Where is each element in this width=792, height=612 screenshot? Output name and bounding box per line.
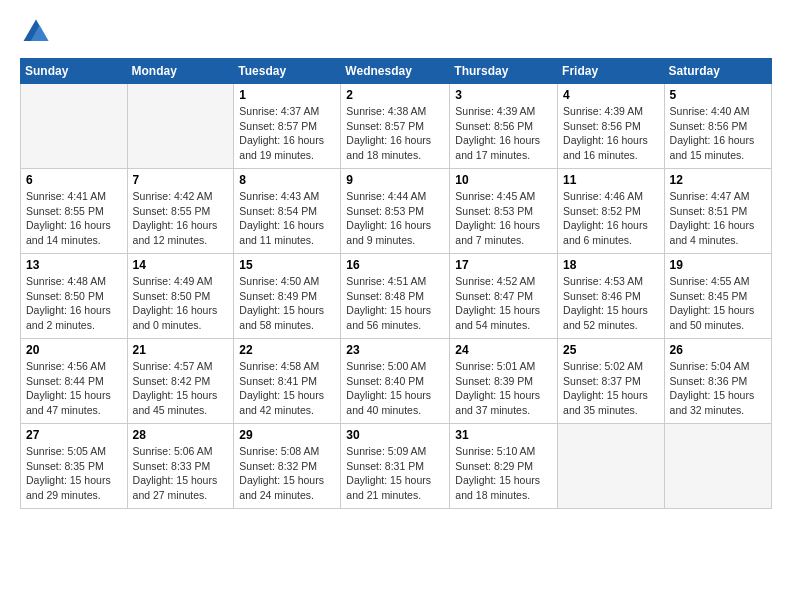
calendar-cell [21,84,128,169]
calendar-cell [558,424,665,509]
day-number: 1 [239,88,335,102]
calendar-table: SundayMondayTuesdayWednesdayThursdayFrid… [20,58,772,509]
weekday-header-friday: Friday [558,59,665,84]
day-info: Sunrise: 4:47 AMSunset: 8:51 PMDaylight:… [670,189,766,248]
day-number: 10 [455,173,552,187]
week-row-5: 27Sunrise: 5:05 AMSunset: 8:35 PMDayligh… [21,424,772,509]
calendar-cell: 25Sunrise: 5:02 AMSunset: 8:37 PMDayligh… [558,339,665,424]
calendar-cell: 20Sunrise: 4:56 AMSunset: 8:44 PMDayligh… [21,339,128,424]
weekday-header-saturday: Saturday [664,59,771,84]
calendar-cell: 13Sunrise: 4:48 AMSunset: 8:50 PMDayligh… [21,254,128,339]
logo-icon [20,16,52,48]
day-info: Sunrise: 5:04 AMSunset: 8:36 PMDaylight:… [670,359,766,418]
day-number: 4 [563,88,659,102]
day-number: 20 [26,343,122,357]
day-number: 17 [455,258,552,272]
day-number: 30 [346,428,444,442]
day-info: Sunrise: 4:39 AMSunset: 8:56 PMDaylight:… [455,104,552,163]
day-number: 8 [239,173,335,187]
calendar-cell: 8Sunrise: 4:43 AMSunset: 8:54 PMDaylight… [234,169,341,254]
header [20,16,772,48]
calendar-cell: 6Sunrise: 4:41 AMSunset: 8:55 PMDaylight… [21,169,128,254]
day-info: Sunrise: 4:53 AMSunset: 8:46 PMDaylight:… [563,274,659,333]
day-number: 21 [133,343,229,357]
day-number: 23 [346,343,444,357]
calendar-cell: 12Sunrise: 4:47 AMSunset: 8:51 PMDayligh… [664,169,771,254]
day-number: 26 [670,343,766,357]
calendar-cell: 2Sunrise: 4:38 AMSunset: 8:57 PMDaylight… [341,84,450,169]
calendar-cell: 23Sunrise: 5:00 AMSunset: 8:40 PMDayligh… [341,339,450,424]
calendar-cell: 7Sunrise: 4:42 AMSunset: 8:55 PMDaylight… [127,169,234,254]
day-number: 15 [239,258,335,272]
day-info: Sunrise: 4:51 AMSunset: 8:48 PMDaylight:… [346,274,444,333]
day-number: 7 [133,173,229,187]
calendar-cell: 11Sunrise: 4:46 AMSunset: 8:52 PMDayligh… [558,169,665,254]
calendar-cell: 15Sunrise: 4:50 AMSunset: 8:49 PMDayligh… [234,254,341,339]
day-info: Sunrise: 4:49 AMSunset: 8:50 PMDaylight:… [133,274,229,333]
calendar-cell: 16Sunrise: 4:51 AMSunset: 8:48 PMDayligh… [341,254,450,339]
day-info: Sunrise: 4:37 AMSunset: 8:57 PMDaylight:… [239,104,335,163]
calendar-cell: 4Sunrise: 4:39 AMSunset: 8:56 PMDaylight… [558,84,665,169]
calendar-cell: 9Sunrise: 4:44 AMSunset: 8:53 PMDaylight… [341,169,450,254]
calendar-cell [664,424,771,509]
calendar-cell: 22Sunrise: 4:58 AMSunset: 8:41 PMDayligh… [234,339,341,424]
calendar-cell: 24Sunrise: 5:01 AMSunset: 8:39 PMDayligh… [450,339,558,424]
day-info: Sunrise: 4:38 AMSunset: 8:57 PMDaylight:… [346,104,444,163]
day-info: Sunrise: 5:05 AMSunset: 8:35 PMDaylight:… [26,444,122,503]
day-number: 31 [455,428,552,442]
calendar-cell: 30Sunrise: 5:09 AMSunset: 8:31 PMDayligh… [341,424,450,509]
day-info: Sunrise: 4:40 AMSunset: 8:56 PMDaylight:… [670,104,766,163]
calendar-cell [127,84,234,169]
calendar-cell: 26Sunrise: 5:04 AMSunset: 8:36 PMDayligh… [664,339,771,424]
calendar-cell: 28Sunrise: 5:06 AMSunset: 8:33 PMDayligh… [127,424,234,509]
page: SundayMondayTuesdayWednesdayThursdayFrid… [0,0,792,612]
week-row-1: 1Sunrise: 4:37 AMSunset: 8:57 PMDaylight… [21,84,772,169]
day-info: Sunrise: 4:48 AMSunset: 8:50 PMDaylight:… [26,274,122,333]
calendar-cell: 18Sunrise: 4:53 AMSunset: 8:46 PMDayligh… [558,254,665,339]
calendar-cell: 5Sunrise: 4:40 AMSunset: 8:56 PMDaylight… [664,84,771,169]
day-info: Sunrise: 4:52 AMSunset: 8:47 PMDaylight:… [455,274,552,333]
day-number: 27 [26,428,122,442]
day-number: 9 [346,173,444,187]
calendar-cell: 19Sunrise: 4:55 AMSunset: 8:45 PMDayligh… [664,254,771,339]
day-info: Sunrise: 5:06 AMSunset: 8:33 PMDaylight:… [133,444,229,503]
day-info: Sunrise: 5:02 AMSunset: 8:37 PMDaylight:… [563,359,659,418]
calendar-cell: 10Sunrise: 4:45 AMSunset: 8:53 PMDayligh… [450,169,558,254]
day-info: Sunrise: 4:39 AMSunset: 8:56 PMDaylight:… [563,104,659,163]
day-number: 29 [239,428,335,442]
day-info: Sunrise: 4:43 AMSunset: 8:54 PMDaylight:… [239,189,335,248]
weekday-header-row: SundayMondayTuesdayWednesdayThursdayFrid… [21,59,772,84]
day-info: Sunrise: 5:00 AMSunset: 8:40 PMDaylight:… [346,359,444,418]
day-number: 5 [670,88,766,102]
day-info: Sunrise: 5:08 AMSunset: 8:32 PMDaylight:… [239,444,335,503]
day-number: 13 [26,258,122,272]
day-number: 22 [239,343,335,357]
calendar-cell: 3Sunrise: 4:39 AMSunset: 8:56 PMDaylight… [450,84,558,169]
day-info: Sunrise: 4:50 AMSunset: 8:49 PMDaylight:… [239,274,335,333]
calendar-cell: 1Sunrise: 4:37 AMSunset: 8:57 PMDaylight… [234,84,341,169]
day-number: 6 [26,173,122,187]
day-info: Sunrise: 4:42 AMSunset: 8:55 PMDaylight:… [133,189,229,248]
day-number: 2 [346,88,444,102]
day-number: 16 [346,258,444,272]
weekday-header-monday: Monday [127,59,234,84]
day-info: Sunrise: 5:10 AMSunset: 8:29 PMDaylight:… [455,444,552,503]
day-number: 25 [563,343,659,357]
day-info: Sunrise: 4:55 AMSunset: 8:45 PMDaylight:… [670,274,766,333]
day-number: 28 [133,428,229,442]
week-row-4: 20Sunrise: 4:56 AMSunset: 8:44 PMDayligh… [21,339,772,424]
day-info: Sunrise: 4:44 AMSunset: 8:53 PMDaylight:… [346,189,444,248]
day-info: Sunrise: 5:01 AMSunset: 8:39 PMDaylight:… [455,359,552,418]
day-info: Sunrise: 5:09 AMSunset: 8:31 PMDaylight:… [346,444,444,503]
day-number: 14 [133,258,229,272]
logo [20,16,56,48]
calendar-cell: 17Sunrise: 4:52 AMSunset: 8:47 PMDayligh… [450,254,558,339]
day-info: Sunrise: 4:57 AMSunset: 8:42 PMDaylight:… [133,359,229,418]
weekday-header-wednesday: Wednesday [341,59,450,84]
weekday-header-sunday: Sunday [21,59,128,84]
day-info: Sunrise: 4:41 AMSunset: 8:55 PMDaylight:… [26,189,122,248]
day-info: Sunrise: 4:56 AMSunset: 8:44 PMDaylight:… [26,359,122,418]
day-number: 3 [455,88,552,102]
day-info: Sunrise: 4:58 AMSunset: 8:41 PMDaylight:… [239,359,335,418]
day-number: 12 [670,173,766,187]
